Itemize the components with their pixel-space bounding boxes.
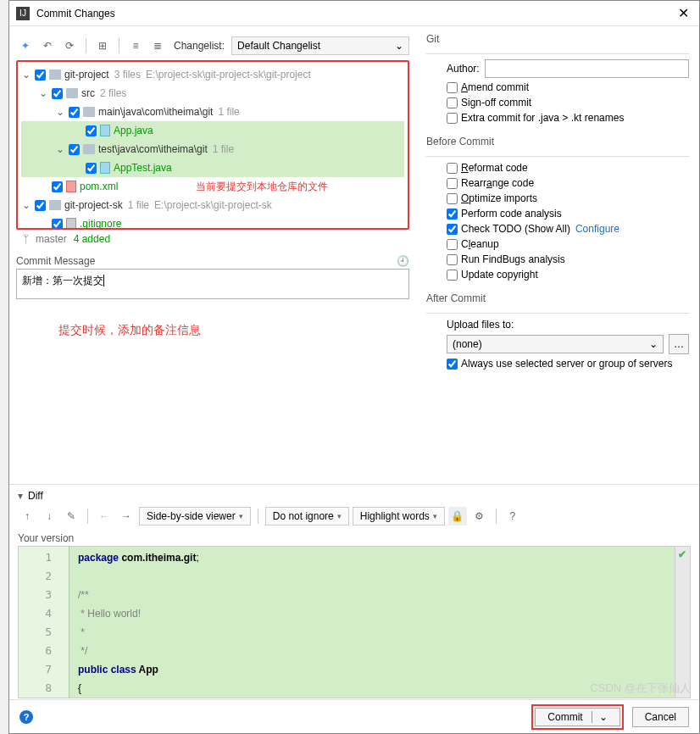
tree-file-label[interactable]: .gitignore	[80, 218, 121, 230]
expand-icon[interactable]: ≡	[126, 36, 145, 55]
tree-node-label[interactable]: test\java\com\itheima\git	[98, 143, 208, 155]
amend-checkbox[interactable]: AAmend commitmend commit	[447, 81, 529, 93]
line-gutter: 12345678	[19, 547, 69, 698]
commit-button[interactable]: Commit ⌄	[535, 708, 619, 726]
checkbox[interactable]	[35, 70, 46, 81]
dialog-title: Commit Changes	[36, 8, 675, 19]
tree-node-label[interactable]: main\java\com\itheima\git	[98, 106, 213, 118]
changelist-dropdown[interactable]: Default Changelist ⌄	[231, 36, 409, 55]
checkbox[interactable]	[35, 200, 46, 211]
checkbox[interactable]	[52, 219, 63, 230]
always-use-checkbox[interactable]: Always use selected server or group of s…	[447, 358, 672, 370]
rearrange-checkbox[interactable]: Rearrange code	[447, 177, 534, 189]
file-count: 1 file	[128, 199, 149, 211]
forward-icon[interactable]: →	[117, 507, 136, 525]
before-commit-title: Before Commit	[426, 136, 689, 151]
commit-message-input[interactable]: 新增：第一次提交	[16, 269, 409, 299]
signoff-checkbox[interactable]: Sign-off commit	[447, 97, 531, 108]
copyright-checkbox[interactable]: Update copyright	[447, 269, 538, 281]
collapse-icon[interactable]: ≣	[148, 36, 167, 55]
tree-file-label[interactable]: pom.xml	[80, 181, 118, 192]
cleanup-checkbox[interactable]: Cleanup	[447, 238, 499, 250]
code-viewer: ✔ 12345678 package com.itheima.git; /** …	[18, 546, 691, 698]
filter-icon[interactable]: ✦	[16, 36, 35, 55]
todo-checkbox[interactable]: Check TODO (Show All)	[447, 223, 570, 235]
annotation-text: 当前要提交到本地仓库的文件	[196, 180, 328, 194]
history-icon[interactable]: 🕘	[397, 255, 409, 267]
optimize-checkbox[interactable]: Optimize imports	[447, 192, 537, 204]
group-icon[interactable]: ⊞	[93, 36, 112, 55]
close-icon[interactable]: ✕	[675, 5, 692, 21]
chevron-down-icon: ⌄	[395, 40, 403, 52]
expand-arrow-icon[interactable]: ⌄	[55, 106, 65, 118]
checkbox[interactable]	[52, 88, 63, 99]
added-count: 4 added	[74, 233, 110, 245]
watermark: CSDN @在下张仙人	[590, 681, 691, 696]
highlight-dropdown[interactable]: Highlight words▾	[353, 507, 445, 525]
refresh-icon[interactable]: ⟳	[60, 36, 79, 55]
folder-icon	[49, 70, 61, 80]
expand-arrow-icon[interactable]: ⌄	[55, 143, 65, 155]
xml-file-icon	[66, 181, 76, 192]
author-input[interactable]	[485, 59, 689, 78]
app-logo-icon: IJ	[16, 7, 30, 20]
checkbox[interactable]	[69, 144, 80, 155]
ignore-dropdown[interactable]: Do not ignore▾	[265, 507, 349, 525]
tree-node-label[interactable]: src	[81, 87, 95, 99]
branch-status: ᛘ master 4 added	[16, 230, 409, 248]
prev-diff-icon[interactable]: ↑	[18, 507, 36, 525]
folder-icon	[66, 88, 78, 98]
gitignore-file-icon	[66, 218, 76, 230]
tree-file-label[interactable]: AppTest.java	[114, 162, 172, 174]
findbugs-checkbox[interactable]: Run FindBugs analysis	[447, 253, 565, 265]
folder-icon	[49, 200, 61, 210]
folder-icon	[83, 144, 95, 154]
file-count: 3 files	[114, 69, 141, 81]
next-diff-icon[interactable]: ↓	[40, 507, 58, 525]
code-content[interactable]: package com.itheima.git; /** * Hello wor…	[69, 547, 675, 698]
upload-server-dropdown[interactable]: (none) ⌄	[447, 335, 664, 353]
help-button[interactable]: ?	[19, 710, 33, 724]
titlebar: IJ Commit Changes ✕	[9, 1, 699, 26]
upload-label: Upload files to:	[447, 319, 514, 331]
expand-arrow-icon[interactable]: ⌄	[21, 199, 31, 211]
extra-commit-checkbox[interactable]: Extra commit for .java > .kt renames	[447, 112, 624, 124]
tree-node-label[interactable]: git-project	[64, 69, 109, 81]
help-icon[interactable]: ?	[503, 507, 522, 525]
checkbox[interactable]	[52, 181, 63, 192]
expand-arrow-icon[interactable]: ⌄	[38, 87, 48, 99]
chevron-down-icon[interactable]: ⌄	[592, 711, 608, 723]
scrollbar[interactable]	[675, 547, 690, 698]
expand-arrow-icon[interactable]: ⌄	[21, 69, 31, 81]
checkbox[interactable]	[86, 125, 97, 136]
lock-icon[interactable]: 🔒	[448, 507, 467, 525]
file-path: E:\project-sk\git-project-sk\git-project	[146, 69, 311, 81]
cancel-button[interactable]: Cancel	[632, 707, 689, 727]
tree-node-label[interactable]: git-project-sk	[64, 199, 123, 211]
viewer-mode-dropdown[interactable]: Side-by-side viewer▾	[139, 507, 251, 525]
bottom-bar: ? Commit ⌄ Cancel	[9, 699, 699, 733]
author-label: Author:	[447, 63, 480, 75]
after-commit-title: After Commit	[426, 292, 689, 308]
changes-tree: ⌄ git-project 3 files E:\project-sk\git-…	[16, 60, 409, 230]
back-icon[interactable]: ←	[95, 507, 114, 525]
changelist-label: Changelist:	[174, 40, 225, 52]
changes-toolbar: ✦ ↶ ⟳ ⊞ ≡ ≣ Changelist: Default Changeli…	[16, 33, 409, 58]
checkbox[interactable]	[86, 163, 97, 174]
check-icon: ✔	[678, 548, 686, 560]
configure-link[interactable]: Configure	[575, 223, 619, 235]
annotation-text: 提交时候，添加的备注信息	[58, 323, 409, 338]
analysis-checkbox[interactable]: Perform code analysis	[447, 208, 562, 220]
commit-message-label: Commit Message	[16, 255, 95, 267]
edit-icon[interactable]: ✎	[62, 507, 81, 525]
commit-message-text: 新增：第一次提交	[22, 275, 103, 286]
undo-icon[interactable]: ↶	[38, 36, 57, 55]
checkbox[interactable]	[69, 107, 80, 118]
file-count: 1 file	[213, 143, 234, 155]
gear-icon[interactable]: ⚙	[470, 507, 489, 525]
reformat-checkbox[interactable]: Reformat code	[447, 162, 528, 174]
collapse-arrow-icon[interactable]: ▾	[18, 490, 23, 502]
branch-name: master	[36, 233, 67, 245]
browse-button[interactable]: …	[669, 334, 689, 354]
tree-file-label[interactable]: App.java	[114, 125, 153, 136]
